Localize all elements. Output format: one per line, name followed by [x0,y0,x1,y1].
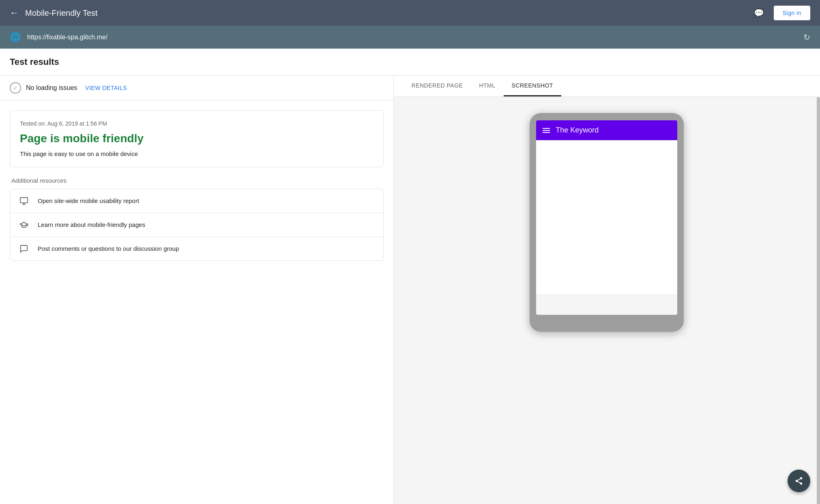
resource-item-discussion[interactable]: Post comments or questions to our discus… [10,237,383,261]
tab-html[interactable]: HTML [471,76,503,96]
additional-resources-title: Additional resources [10,177,384,184]
tested-on: Tested on: Aug 6, 2019 at 1:56 PM [20,120,374,127]
resource-item-usability[interactable]: Open site-wide mobile usability report [10,189,383,213]
test-results-title: Test results [10,57,810,67]
right-edge-scrollbar[interactable] [817,97,820,504]
learn-more-label: Learn more about mobile-friendly pages [38,221,145,228]
test-results-header: Test results [0,49,820,76]
phone-app-bar: The Keyword [536,120,677,140]
status-text: No loading issues [26,84,77,92]
refresh-button[interactable]: ↻ [803,32,810,42]
discussion-label: Post comments or questions to our discus… [38,245,179,252]
sign-in-button[interactable]: Sign in [774,6,810,20]
result-description: This page is easy to use on a mobile dev… [20,150,374,157]
status-bar: ✓ No loading issues VIEW DETAILS [0,76,393,100]
svg-point-3 [800,477,803,480]
usability-report-icon [18,196,30,205]
phone-preview-area: The Keyword [394,97,820,504]
phone-frame: The Keyword [530,113,684,332]
discussion-icon [18,244,30,253]
result-title: Page is mobile friendly [20,132,374,145]
usability-report-label: Open site-wide mobile usability report [38,197,139,204]
content-area: Test results ✓ No loading issues VIEW DE… [0,49,820,504]
share-fab[interactable] [788,470,810,492]
phone-menu-icon [543,128,550,133]
app-title: Mobile-Friendly Test [25,9,751,18]
tab-screenshot[interactable]: SCREENSHOT [504,76,561,96]
url-input[interactable] [27,34,797,41]
view-details-link[interactable]: VIEW DETAILS [85,85,127,91]
svg-point-4 [796,480,798,482]
left-panel: ✓ No loading issues VIEW DETAILS Tested … [0,76,394,504]
additional-resources: Additional resources Open site-wide mobi… [10,177,384,261]
left-panel-content: Tested on: Aug 6, 2019 at 1:56 PM Page i… [0,100,393,271]
phone-screen: The Keyword [536,120,677,315]
resources-card: Open site-wide mobile usability report L… [10,189,384,261]
feedback-button[interactable]: 💬 [751,5,767,21]
status-icon: ✓ [10,82,21,94]
result-card: Tested on: Aug 6, 2019 at 1:56 PM Page i… [10,110,384,167]
globe-icon: 🌐 [10,32,21,43]
url-bar: 🌐 ↻ [0,26,820,49]
phone-content [536,140,677,294]
learn-more-icon [18,220,30,229]
tabs-bar: Rendered page HTML SCREENSHOT [394,76,820,97]
svg-rect-0 [20,197,28,203]
main-content: ✓ No loading issues VIEW DETAILS Tested … [0,76,820,504]
tab-rendered-page[interactable]: Rendered page [404,76,471,96]
svg-point-5 [800,483,803,485]
resource-item-learn-more[interactable]: Learn more about mobile-friendly pages [10,213,383,237]
svg-line-6 [798,481,800,483]
top-nav: ← Mobile-Friendly Test 💬 Sign in [0,0,820,26]
phone-app-title: The Keyword [556,126,599,135]
nav-actions: 💬 Sign in [751,5,810,21]
back-button[interactable]: ← [10,8,19,18]
svg-line-7 [798,479,800,481]
right-panel: Rendered page HTML SCREENSHOT The [394,76,820,504]
